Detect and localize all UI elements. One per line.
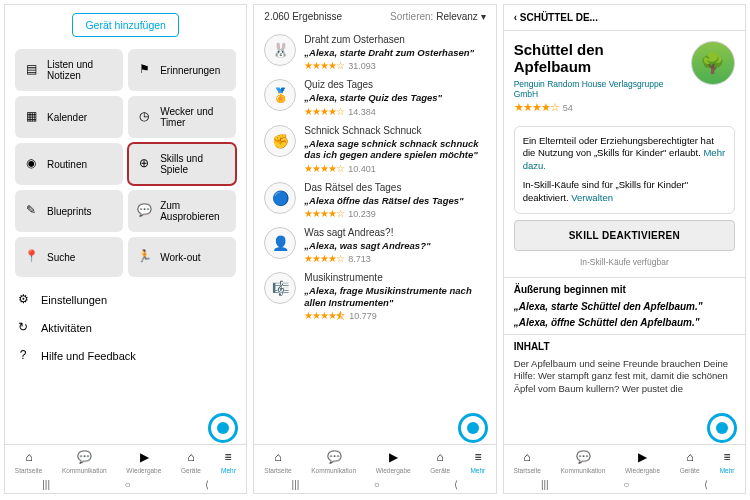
svg-text:≡: ≡ xyxy=(474,450,481,464)
tile-ausprobieren[interactable]: 💬Zum Ausprobieren xyxy=(128,190,236,232)
nav-wiedergabe[interactable]: ▶Wiedergabe xyxy=(625,449,660,474)
home-icon: ⌂ xyxy=(519,449,535,466)
chat-icon: 💬 xyxy=(76,449,92,466)
nav-mehr[interactable]: ≡Mehr xyxy=(719,449,735,474)
tile-wecker[interactable]: ◷Wecker und Timer xyxy=(128,96,236,138)
chat-icon: 💬 xyxy=(575,449,591,466)
tile-blueprints[interactable]: ✎Blueprints xyxy=(15,190,123,232)
tile-kalender[interactable]: ▦Kalender xyxy=(15,96,123,138)
alexa-fab[interactable] xyxy=(458,413,488,443)
skill-item[interactable]: ✊ Schnick Schnack Schnuck „Alexa sage sc… xyxy=(264,125,485,174)
device-icon: ⌂ xyxy=(432,449,448,466)
pane-skill-detail: ‹ SCHÜTTEL DE... Schüttel den Apfelbaum … xyxy=(503,4,746,494)
skill-phrase: „Alexa öffne das Rätsel des Tages" xyxy=(304,195,485,206)
play-icon: ▶ xyxy=(385,449,401,466)
skill-name: Das Rätsel des Tages xyxy=(304,182,485,193)
svg-text:≡: ≡ xyxy=(225,450,232,464)
svg-text:⌂: ⌂ xyxy=(686,450,693,464)
nav-startseite[interactable]: ⌂Startseite xyxy=(513,449,540,474)
menu-icon: ≡ xyxy=(719,449,735,466)
skill-item[interactable]: 🏅 Quiz des Tages „Alexa, starte Quiz des… xyxy=(264,79,485,116)
breadcrumb[interactable]: ‹ SCHÜTTEL DE... xyxy=(504,5,745,31)
tile-label: Suche xyxy=(47,252,75,263)
tile-label: Listen und Notizen xyxy=(47,59,115,81)
play-icon: ▶ xyxy=(136,449,152,466)
svg-text:⚑: ⚑ xyxy=(139,62,150,76)
skill-icon: 👤 xyxy=(264,227,296,259)
skill-item[interactable]: 🎼 Musikinstrumente „Alexa, frage Musikin… xyxy=(264,272,485,321)
tile-label: Erinnerungen xyxy=(160,65,220,76)
menu-hilfe[interactable]: ?Hilfe und Feedback xyxy=(15,347,236,365)
svg-text:💬: 💬 xyxy=(326,449,341,464)
nav-geraete[interactable]: ⌂Geräte xyxy=(181,449,201,474)
gear-icon: ⚙ xyxy=(15,291,31,309)
nav-wiedergabe[interactable]: ▶Wiedergabe xyxy=(126,449,161,474)
manage-link[interactable]: Verwalten xyxy=(571,192,613,203)
list-icon: ▤ xyxy=(23,61,39,79)
skill-icon: 🎼 xyxy=(264,272,296,304)
tile-label: Work-out xyxy=(160,252,200,263)
result-count: 2.060 Ergebnisse xyxy=(264,11,342,22)
nav-mehr[interactable]: ≡Mehr xyxy=(470,449,486,474)
device-icon: ⌂ xyxy=(682,449,698,466)
skill-item[interactable]: 🔵 Das Rätsel des Tages „Alexa öffne das … xyxy=(264,182,485,219)
svg-text:?: ? xyxy=(20,348,27,362)
svg-text:⊕: ⊕ xyxy=(139,156,149,170)
skill-phrase: „Alexa sage schnick schnack schnuck das … xyxy=(304,138,485,161)
skill-rating: ★★★★☆14.384 xyxy=(304,106,485,117)
tile-listen[interactable]: ▤Listen und Notizen xyxy=(15,49,123,91)
nav-kommunikation[interactable]: 💬Kommunikation xyxy=(311,449,356,474)
skill-phrase: „Alexa, frage Musikinstrumente nach alle… xyxy=(304,285,485,308)
skill-rating: ★★★★⯪10.779 xyxy=(304,310,485,321)
tile-workout[interactable]: 🏃Work-out xyxy=(128,237,236,277)
svg-text:▶: ▶ xyxy=(638,450,648,464)
skill-rating: ★★★★☆10.239 xyxy=(304,208,485,219)
isk-available: In-Skill-Käufe verfügbar xyxy=(514,257,735,267)
menu-einstellungen[interactable]: ⚙Einstellungen xyxy=(15,291,236,309)
add-device-button[interactable]: Gerät hinzufügen xyxy=(72,13,179,37)
svg-text:💬: 💬 xyxy=(575,449,590,464)
skill-description: Der Apfelbaum und seine Freunde brauchen… xyxy=(514,358,735,396)
svg-text:≡: ≡ xyxy=(724,450,731,464)
nav-startseite[interactable]: ⌂Startseite xyxy=(264,449,291,474)
svg-text:🏃: 🏃 xyxy=(137,248,152,263)
nav-kommunikation[interactable]: 💬Kommunikation xyxy=(561,449,606,474)
deactivate-skill-button[interactable]: SKILL DEAKTIVIEREN xyxy=(514,220,735,251)
skill-icon: ✊ xyxy=(264,125,296,157)
utterance: „Alexa, starte Schüttel den Apfelbaum." xyxy=(514,301,735,312)
skill-phrase: „Alexa, was sagt Andreas?" xyxy=(304,240,485,251)
nav-mehr[interactable]: ≡Mehr xyxy=(220,449,236,474)
nav-kommunikation[interactable]: 💬Kommunikation xyxy=(62,449,107,474)
nav-geraete[interactable]: ⌂Geräte xyxy=(430,449,450,474)
sort-dropdown[interactable]: Sortieren: Relevanz ▾ xyxy=(390,11,486,22)
tile-suche[interactable]: 📍Suche xyxy=(15,237,123,277)
publisher-link[interactable]: Penguin Random House Verlagsgruppe GmbH xyxy=(514,79,683,99)
svg-text:✎: ✎ xyxy=(26,203,36,217)
svg-text:💬: 💬 xyxy=(77,449,92,464)
svg-text:◷: ◷ xyxy=(139,109,149,123)
skill-item[interactable]: 🐰 Draht zum Osterhasen „Alexa, starte Dr… xyxy=(264,34,485,71)
tile-label: Blueprints xyxy=(47,206,91,217)
nav-wiedergabe[interactable]: ▶Wiedergabe xyxy=(376,449,411,474)
alexa-fab[interactable] xyxy=(707,413,737,443)
nav-startseite[interactable]: ⌂Startseite xyxy=(15,449,42,474)
routine-icon: ◉ xyxy=(23,155,39,173)
tile-routinen[interactable]: ◉Routinen xyxy=(15,143,123,185)
svg-text:↻: ↻ xyxy=(18,320,28,334)
svg-text:💬: 💬 xyxy=(137,202,152,217)
skill-icon: 🏅 xyxy=(264,79,296,111)
skill-item[interactable]: 👤 Was sagt Andreas?! „Alexa, was sagt An… xyxy=(264,227,485,264)
svg-text:▤: ▤ xyxy=(26,62,37,76)
pin-icon: 📍 xyxy=(23,248,39,266)
svg-text:📍: 📍 xyxy=(24,248,39,263)
tile-skills[interactable]: ⊕Skills und Spiele xyxy=(128,143,236,185)
nav-geraete[interactable]: ⌂Geräte xyxy=(680,449,700,474)
rating[interactable]: ★★★★☆54 xyxy=(514,101,683,114)
tile-erinnerungen[interactable]: ⚑Erinnerungen xyxy=(128,49,236,91)
svg-text:⌂: ⌂ xyxy=(187,450,194,464)
menu-icon: ≡ xyxy=(220,449,236,466)
skill-rating: ★★★★☆10.401 xyxy=(304,163,485,174)
menu-aktivitaeten[interactable]: ↻Aktivitäten xyxy=(15,319,236,337)
utterances-heading: Äußerung beginnen mit xyxy=(514,284,735,295)
device-icon: ⌂ xyxy=(183,449,199,466)
